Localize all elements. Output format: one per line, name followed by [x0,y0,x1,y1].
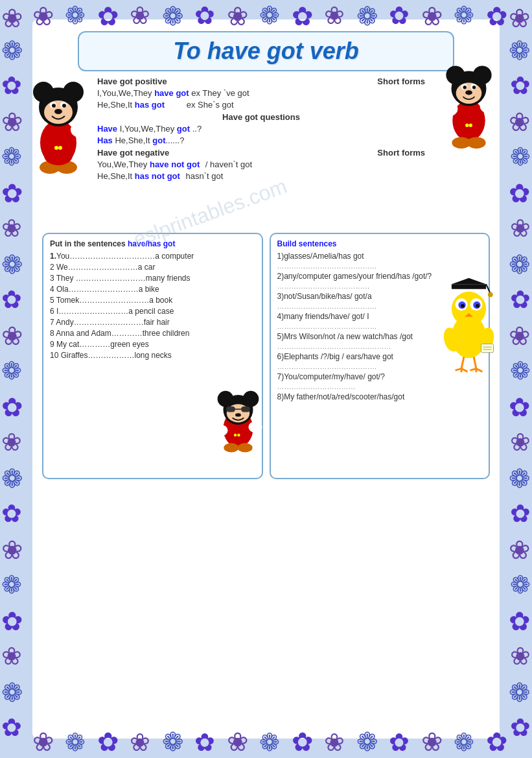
svg-point-3 [63,82,84,102]
svg-point-29 [467,137,486,148]
svg-line-47 [461,357,464,368]
svg-rect-55 [481,344,494,352]
questions-header: Have got questions [97,112,425,122]
svg-point-18 [446,65,465,84]
pos-row1-ex: ex They `ve got [189,88,249,98]
svg-marker-33 [452,278,486,285]
mickey-left-character [23,52,94,182]
q-row1-have: Have [97,124,117,134]
questions-section: Have got questions Have I,You,We,They go… [97,112,425,145]
svg-point-30 [465,124,468,127]
svg-point-13 [44,146,73,165]
tweety-right-character [438,272,500,376]
pos-row2-pronoun: He,She,It [97,100,135,110]
pos-row2-verb: has got [135,100,165,110]
ex1-item-1: 1.You……………………………a computer [50,252,255,261]
exercise-1-title: Put in the sentences have/has got [50,239,255,248]
neg-row2-short: hasn`t got [183,171,223,181]
svg-point-66 [235,413,241,416]
ex1-item-8: 8 Anna and Adam…………three children [50,329,255,338]
ex1-item-10: 10 Giraffes………………long necks [50,351,255,360]
q-row2-has: Has [97,136,113,145]
svg-point-15 [58,146,62,150]
svg-rect-64 [241,407,250,412]
q-row1-dots: ..? [190,124,202,134]
negative-section: Have got negative Short forms You,We,The… [97,148,425,181]
ex1-item-5: 5 Tomek………………………a book [50,296,255,305]
neg-row1-verb: have not got [150,160,200,169]
svg-rect-63 [226,407,235,412]
ex1-item-6: 6 I………………………a pencil case [50,307,255,316]
svg-point-39 [452,292,486,326]
svg-line-51 [474,357,476,368]
svg-point-8 [62,104,66,108]
short-forms-header-2: Short forms [377,148,425,158]
svg-point-70 [238,443,253,452]
main-content: To have got verb Have got positive Short… [32,19,500,739]
svg-line-54 [476,368,483,372]
neg-row1-short: / haven`t got [203,160,252,169]
svg-point-31 [469,124,472,127]
ex1-title-blue: have/has got [128,239,175,248]
svg-line-48 [456,368,462,370]
svg-point-69 [224,443,238,452]
positive-section: Have got positive Short forms I,You,We,T… [97,77,425,110]
svg-point-61 [243,391,259,407]
q-row-2: Has He,She,It got......? [97,136,425,145]
ex1-title-plain: Put in the sentences [50,239,128,248]
exercise-2-title: Build sentences [277,239,483,248]
neg-row2-verb: has not got [135,171,180,181]
pos-row2-ex: ex She`s got [184,100,234,110]
svg-point-44 [461,304,465,308]
svg-point-71 [234,434,237,436]
title-box: To have got verb [78,31,454,71]
svg-rect-32 [452,284,486,289]
svg-point-7 [52,104,56,108]
svg-point-27 [480,99,496,113]
neg-row-1: You,We,They have not got / haven`t got [97,160,425,169]
q-row2-dots: ......? [166,136,185,145]
mickey-middle-character [204,380,272,455]
svg-point-72 [237,434,240,436]
svg-point-23 [463,86,467,89]
ex1-item-3: 3 They ………………………many friends [50,274,255,283]
pos-row-2: He,She,It has got ex She`s got [97,100,425,110]
q-row1-got: got [177,124,190,134]
negative-header: Have got negative [97,148,358,158]
svg-point-19 [473,65,492,84]
svg-point-68 [248,421,262,433]
grammar-section: Have got positive Short forms I,You,We,T… [97,77,425,181]
q-row1-pronouns: I,You,We,They [117,124,177,134]
q-row2-pronouns: He,She,It [113,136,152,145]
page-title: To have got verb [173,38,359,64]
svg-point-14 [54,146,58,150]
svg-point-35 [488,292,493,298]
svg-point-45 [476,304,480,308]
q-row-1: Have I,You,We,They got ..? [97,124,425,134]
ex2-item-8: 8)My father/not/a/red/scooter/has/got [277,392,483,401]
pos-row1-pronoun: I,You,We,They [97,88,154,98]
svg-point-60 [218,391,234,407]
pos-row-1: I,You,We,They have got ex They `ve got [97,88,425,98]
svg-point-10 [71,122,89,137]
ex2-item-1: 1)glasses/Amelia/has got [277,252,483,261]
svg-point-25 [465,90,472,95]
svg-point-26 [441,102,457,116]
neg-row1-pronouns: You,We,They [97,160,150,169]
pos-row1-verb: have got [154,88,189,98]
positive-header: Have got positive [97,77,338,86]
svg-point-67 [214,425,227,436]
ex1-item-4: 4 Ola………………………a bike [50,285,255,294]
ex1-item-2: 2 We………………………a car [50,263,255,272]
ex1-item-7: 7 Andy………………………fair hair [50,318,255,327]
q-row2-got: got [152,136,165,145]
svg-line-34 [486,284,491,293]
ex1-item-9: 9 My cat…………green eyes [50,340,255,349]
svg-point-9 [54,109,62,114]
neg-row2-pronouns: He,She,It [97,171,135,181]
mickey-right-top-character [435,39,503,156]
short-forms-header-1: Short forms [377,77,425,86]
neg-row-2: He,She,It has not got hasn`t got [97,171,425,181]
svg-point-24 [472,86,476,89]
svg-point-2 [33,82,54,102]
